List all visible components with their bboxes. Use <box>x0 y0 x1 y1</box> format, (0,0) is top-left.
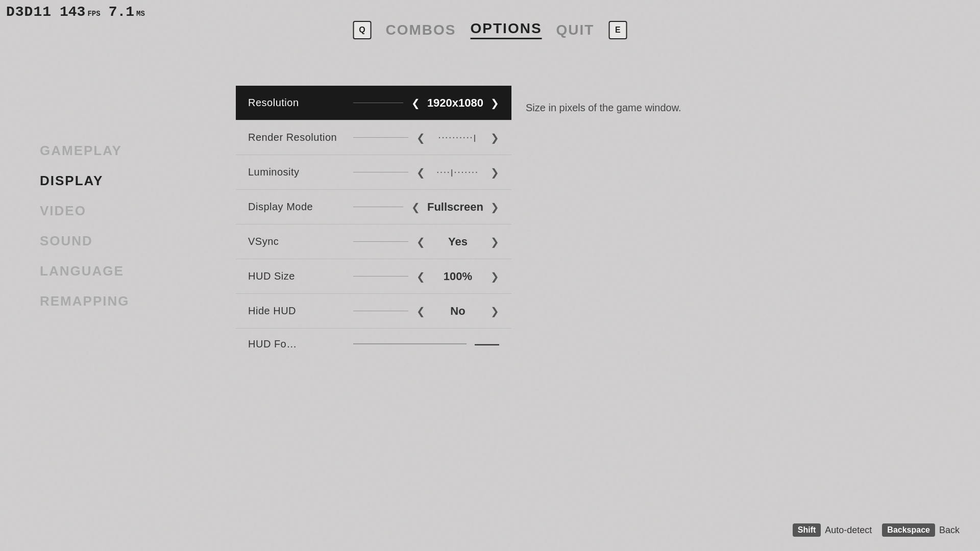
setting-controls-vsync: ❮ Yes ❯ <box>416 235 499 248</box>
chevron-right-resolution[interactable]: ❯ <box>491 97 499 109</box>
setting-value-render-resolution: ··········| <box>432 134 483 142</box>
setting-controls-resolution: ❮ 980x551 ❯ <box>411 96 499 110</box>
kbd-shift: Shift <box>793 523 821 537</box>
setting-row-hud-size[interactable]: HUD Size ❮ 100% ❯ <box>236 259 511 294</box>
chevron-left-hide-hud[interactable]: ❮ <box>416 305 425 317</box>
chevron-right-vsync[interactable]: ❯ <box>491 236 499 248</box>
chevron-left-resolution[interactable]: ❮ <box>411 97 420 109</box>
chevron-left-display-mode[interactable]: ❮ <box>411 201 420 213</box>
partial-line-area <box>353 343 467 344</box>
description-text: Size in pixels of the game window. <box>526 102 681 113</box>
nav-item-quit[interactable]: QUIT <box>556 22 595 38</box>
setting-label-vsync: VSync <box>248 236 345 247</box>
kbd-label-back: Back <box>939 525 960 536</box>
chevron-left-hud-size[interactable]: ❮ <box>416 270 425 283</box>
sidebar-item-remapping[interactable]: REMAPPING <box>40 293 129 309</box>
debug-ms-group: 7.1 MS <box>109 4 145 20</box>
setting-label-display-mode: Display Mode <box>248 201 345 213</box>
setting-label-luminosity: Luminosity <box>248 166 345 178</box>
chevron-right-hud-size[interactable]: ❯ <box>491 270 499 283</box>
debug-info: D3D11 143 FPS 7.1 MS <box>6 4 145 20</box>
setting-line-luminosity <box>353 172 408 173</box>
sidebar-item-language[interactable]: LANGUAGE <box>40 263 129 279</box>
settings-panel: Resolution ❮ 980x551 ❯ Render Resoluti… <box>236 86 511 359</box>
setting-line-hide-hud <box>353 311 408 312</box>
chevron-left-luminosity[interactable]: ❮ <box>416 166 425 179</box>
setting-row-luminosity[interactable]: Luminosity ❮ ····|······· ❯ <box>236 155 511 190</box>
chevron-right-display-mode[interactable]: ❯ <box>491 201 499 213</box>
setting-controls-render-resolution: ❮ ··········| ❯ <box>416 132 499 144</box>
description-panel: Size in pixels of the game window. <box>526 102 681 114</box>
setting-value-display-mode: Fullscreen <box>427 201 483 214</box>
debug-fps-label: FPS <box>87 10 100 18</box>
sidebar-item-video[interactable]: VIDEO <box>40 203 129 219</box>
partial-line <box>353 343 467 344</box>
setting-row-resolution[interactable]: Resolution ❮ 980x551 ❯ <box>236 86 511 120</box>
sidebar-item-display[interactable]: DISPLAY <box>40 173 129 189</box>
setting-value-luminosity: ····|······· <box>432 168 483 177</box>
nav-key-q[interactable]: Q <box>353 21 372 39</box>
setting-row-hide-hud[interactable]: Hide HUD ❮ No ❯ <box>236 294 511 329</box>
kbd-backspace: Backspace <box>882 523 935 537</box>
kbd-label-autodetect: Auto-detect <box>825 525 872 536</box>
debug-ms-num: 7.1 <box>109 4 134 20</box>
setting-value-vsync: Yes <box>432 235 483 248</box>
setting-value-hud-size: 100% <box>432 270 483 283</box>
partial-dash: —— <box>475 337 499 351</box>
setting-line-resolution <box>353 103 403 104</box>
setting-row-vsync[interactable]: VSync ❮ Yes ❯ <box>236 224 511 259</box>
setting-controls-hide-hud: ❮ No ❯ <box>416 305 499 318</box>
nav-key-e[interactable]: E <box>608 21 627 39</box>
setting-label-resolution: Resolution <box>248 97 345 109</box>
setting-line-vsync <box>353 241 408 242</box>
debug-fps-num: 143 <box>60 4 85 20</box>
setting-value-hide-hud: No <box>432 305 483 318</box>
debug-api: D3D11 <box>6 4 52 20</box>
setting-label-hud-extra: HUD Fo… <box>248 338 345 350</box>
chevron-left-vsync[interactable]: ❮ <box>416 236 425 248</box>
sidebar-item-gameplay[interactable]: GAMEPLAY <box>40 143 129 159</box>
setting-row-display-mode[interactable]: Display Mode ❮ Fullscreen ❯ <box>236 190 511 224</box>
kbd-hint-shift: Shift Auto-detect <box>793 523 872 537</box>
setting-row-render-resolution[interactable]: Render Resolution ❮ ··········| ❯ <box>236 120 511 155</box>
kbd-hint-backspace: Backspace Back <box>882 523 960 537</box>
setting-controls-hud-size: ❮ 100% ❯ <box>416 270 499 283</box>
setting-row-hud-extra: HUD Fo… —— <box>236 329 511 359</box>
setting-controls-display-mode: ❮ Fullscreen ❯ <box>411 201 499 214</box>
sidebar-item-sound[interactable]: SOUND <box>40 233 129 249</box>
setting-label-render-resolution: Render Resolution <box>248 132 345 143</box>
sidebar: GAMEPLAY DISPLAY VIDEO SOUND LANGUAGE RE… <box>40 143 129 309</box>
chevron-right-luminosity[interactable]: ❯ <box>491 166 499 179</box>
setting-controls-luminosity: ❮ ····|······· ❯ <box>416 166 499 179</box>
top-nav: Q COMBOS OPTIONS QUIT E <box>353 20 627 39</box>
nav-item-combos[interactable]: COMBOS <box>386 22 456 38</box>
setting-line-display-mode <box>353 207 403 208</box>
bottom-controls: Shift Auto-detect Backspace Back <box>793 523 960 537</box>
debug-fps-group: 143 FPS <box>60 4 101 20</box>
nav-item-options[interactable]: OPTIONS <box>471 20 542 39</box>
debug-ms-label: MS <box>136 10 145 18</box>
setting-label-hide-hud: Hide HUD <box>248 305 345 317</box>
chevron-left-render-resolution[interactable]: ❮ <box>416 132 425 144</box>
setting-label-hud-size: HUD Size <box>248 270 345 282</box>
setting-line-render-resolution <box>353 137 408 138</box>
chevron-right-hide-hud[interactable]: ❯ <box>491 305 499 317</box>
setting-line-hud-size <box>353 276 408 277</box>
setting-value-resolution: 980x551 <box>427 96 483 110</box>
chevron-right-render-resolution[interactable]: ❯ <box>491 132 499 144</box>
